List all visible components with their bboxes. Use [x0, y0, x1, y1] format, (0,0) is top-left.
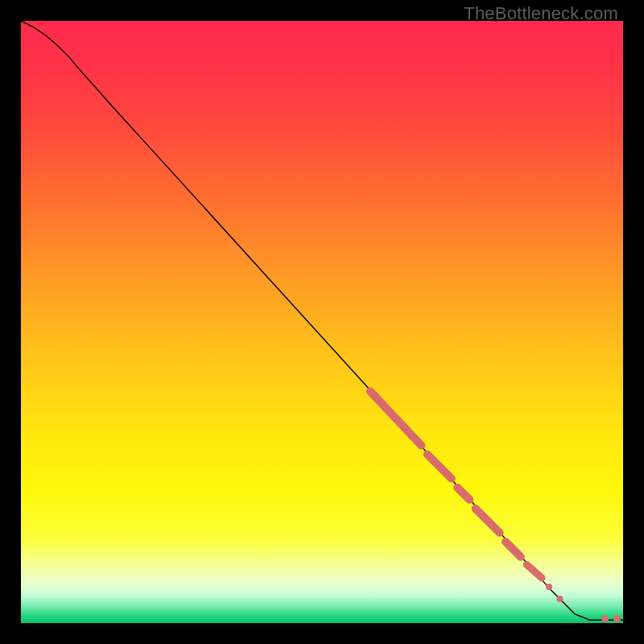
chart-stage: TheBottleneck.com: [0, 0, 644, 644]
marker-dot: [613, 615, 621, 622]
watermark-text: TheBottleneck.com: [464, 3, 618, 24]
marker-dot: [601, 615, 609, 622]
marker-dot: [556, 596, 563, 602]
marker-dot: [546, 584, 552, 590]
chart-svg: [21, 21, 623, 623]
chart-background: [21, 21, 623, 623]
